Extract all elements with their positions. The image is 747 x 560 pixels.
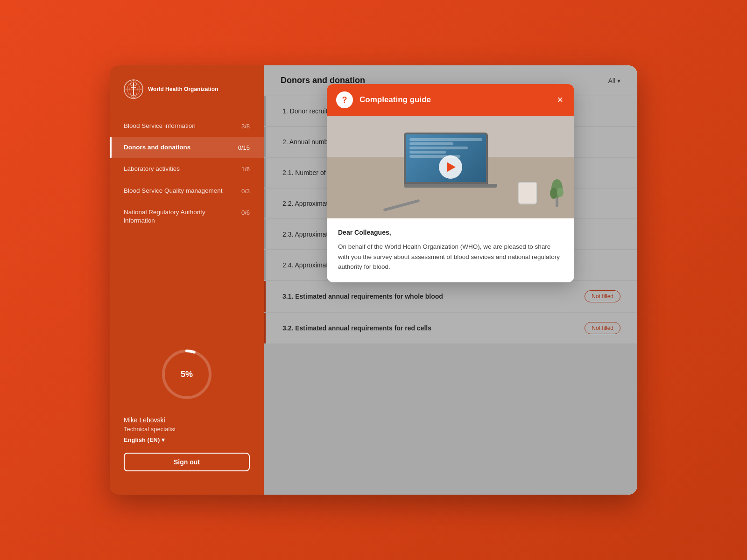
modal-overlay[interactable]: ? Compleating guide × [264,65,637,495]
modal-body: Dear Colleagues, On behalf of the World … [327,218,574,282]
sidebar-item-blood-service-info[interactable]: Blood Service information 3/8 [110,115,264,137]
org-name: World Health Organization [148,85,218,93]
modal-close-button[interactable]: × [555,95,565,105]
play-triangle-icon [447,162,456,172]
question-mark-icon: ? [342,95,347,105]
modal-body-text: On behalf of the World Health Organizati… [338,242,563,272]
main-content: Donors and donation All ▾ 1. Donor recru… [264,65,637,495]
chevron-down-icon: ▾ [162,436,165,443]
play-button[interactable] [439,155,462,179]
sign-out-button[interactable]: Sign out [124,453,250,471]
sidebar-item-blood-quality[interactable]: Blood Service Quality management 0/3 [110,180,264,202]
svg-point-10 [550,188,557,199]
sidebar-item-laboratory[interactable]: Laboratory activities 1/6 [110,158,264,180]
user-section: Mike Lebovski Technical specialist Engli… [110,412,264,481]
completing-guide-modal: ? Compleating guide × [327,84,574,282]
who-logo-icon [124,79,143,99]
modal-video-thumbnail [327,116,574,218]
laptop-base [404,184,497,188]
question-icon: ? [336,91,353,108]
modal-header: ? Compleating guide × [327,84,574,116]
sidebar-item-nra-info[interactable]: National Regulatory Authority informatio… [110,202,264,231]
mug-graphic [518,182,537,204]
active-indicator [110,137,112,158]
svg-point-11 [557,188,564,197]
sidebar-logo: World Health Organization [110,79,264,115]
language-selector[interactable]: English (EN) ▾ [124,436,250,443]
modal-title: Compleating guide [359,95,549,105]
app-container: World Health Organization Blood Service … [110,65,637,495]
user-role: Technical specialist [124,426,250,433]
svg-rect-8 [556,198,558,207]
modal-greeting: Dear Colleagues, [338,229,563,236]
sidebar-nav: Blood Service information 3/8 Donors and… [110,115,264,332]
progress-percent: 5% [181,370,193,379]
user-name: Mike Lebovski [124,416,250,424]
sidebar: World Health Organization Blood Service … [110,65,264,495]
progress-circle: 5% [159,346,215,402]
sidebar-item-donors-donations[interactable]: Donors and donations 0/15 [110,137,264,158]
progress-section: 5% [110,332,264,412]
plant-graphic [550,179,564,207]
